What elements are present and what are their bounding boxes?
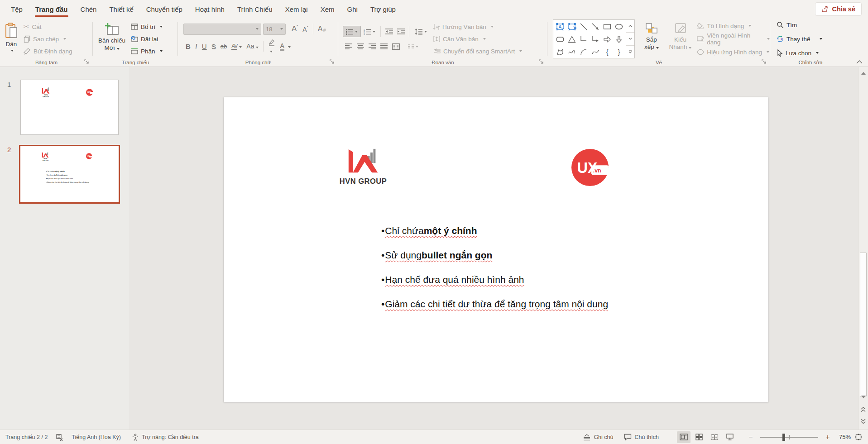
normal-view-button[interactable]	[677, 431, 691, 443]
shape-fill-button[interactable]: Tô Hình dạng	[697, 20, 770, 31]
slide-1-thumbnail[interactable]: HVN GROUP	[20, 80, 119, 135]
clear-formatting-button[interactable]: A	[316, 24, 329, 34]
tab-view[interactable]: Xem	[314, 0, 341, 18]
tab-animations[interactable]: Hoạt hình	[189, 0, 231, 18]
grow-font-button[interactable]: Aˆ	[289, 24, 300, 34]
tab-design[interactable]: Thiết kế	[103, 0, 139, 18]
slideshow-view-button[interactable]	[723, 431, 737, 443]
tab-record[interactable]: Ghi	[341, 0, 364, 18]
new-slide-button[interactable]: Bản chiếu Mới	[98, 20, 125, 58]
shape-elbow-arrow-connector[interactable]	[590, 33, 601, 46]
slide-2-thumbnail[interactable]: HVN GROUP •Chỉ chứa một ý chính •Sử dụng…	[19, 145, 120, 204]
shapes-scroll-up[interactable]	[626, 20, 634, 33]
italic-button[interactable]: I	[193, 42, 200, 51]
shape-elbow-connector[interactable]	[578, 33, 590, 46]
strikethrough-button[interactable]: ab	[218, 42, 229, 51]
slide-indicator[interactable]: Trang chiếu 2 / 2	[0, 430, 53, 444]
shape-rectangle[interactable]	[601, 20, 613, 33]
scroll-up-button[interactable]	[858, 69, 868, 78]
find-button[interactable]: Tìm	[777, 19, 822, 30]
shape-outline-button[interactable]: Viền ngoài Hình dạng	[697, 33, 770, 44]
align-right-button[interactable]	[366, 41, 378, 52]
shape-rounded-rectangle[interactable]	[554, 33, 566, 46]
highlight-color-button[interactable]	[266, 38, 278, 55]
quick-styles-button[interactable]: KiểuNhanh	[668, 20, 693, 58]
text-shadow-button[interactable]: S	[209, 42, 218, 51]
vertical-scrollbar[interactable]	[858, 67, 868, 430]
select-button[interactable]: Lựa chọn	[777, 48, 822, 58]
tab-file[interactable]: Tệp	[5, 0, 29, 18]
shape-arc[interactable]	[578, 46, 590, 58]
copy-button[interactable]: Sao chép	[24, 33, 72, 44]
shape-right-brace[interactable]: }	[613, 46, 625, 58]
font-color-button[interactable]: A	[278, 41, 293, 52]
bullets-button[interactable]	[343, 26, 361, 37]
tab-review[interactable]: Xem lại	[279, 0, 314, 18]
paragraph-dialog-launcher[interactable]	[539, 59, 544, 65]
layout-button[interactable]: Bố trí	[131, 21, 163, 32]
replace-button[interactable]: bc Thay thế	[777, 33, 822, 44]
justify-button[interactable]	[378, 41, 390, 52]
zoom-out-button[interactable]: −	[747, 431, 755, 443]
align-text-button[interactable]: Căn Văn bản	[433, 34, 522, 44]
numbering-button[interactable]: 123	[361, 26, 378, 37]
comments-button[interactable]: Chú thích	[619, 430, 664, 444]
columns-button[interactable]	[390, 41, 402, 52]
shape-line[interactable]	[578, 20, 590, 33]
section-button[interactable]: Phần	[131, 46, 163, 57]
collapse-ribbon-button[interactable]	[856, 60, 863, 64]
add-remove-columns-button[interactable]	[404, 41, 422, 52]
align-left-button[interactable]	[343, 41, 355, 52]
shape-arrow-right[interactable]	[601, 33, 613, 46]
paste-button[interactable]: Dán	[5, 20, 18, 58]
tab-home[interactable]: Trang đầu	[29, 0, 74, 18]
shape-effects-button[interactable]: Hiệu ứng Hình dạng	[697, 47, 770, 57]
slide-sorter-view-button[interactable]	[692, 431, 706, 443]
font-name-select[interactable]	[183, 24, 261, 35]
shape-textbox-horizontal[interactable]: A	[554, 20, 566, 33]
bold-button[interactable]: B	[183, 42, 193, 51]
tab-help[interactable]: Trợ giúp	[364, 0, 402, 18]
drawing-dialog-launcher[interactable]	[762, 59, 767, 65]
arrange-button[interactable]: Sắpxếp	[639, 20, 664, 58]
increase-indent-button[interactable]	[395, 26, 407, 37]
tab-slideshow[interactable]: Trình Chiếu	[231, 0, 279, 18]
scroll-down-button[interactable]	[858, 392, 868, 401]
notes-button[interactable]: Ghi chú	[577, 430, 619, 444]
format-painter-button[interactable]: Bút Định dạng	[24, 46, 72, 57]
previous-slide-button[interactable]	[858, 405, 868, 414]
shape-scribble[interactable]	[566, 46, 578, 58]
clipboard-dialog-launcher[interactable]	[84, 59, 90, 65]
zoom-in-button[interactable]: +	[824, 431, 832, 443]
zoom-slider-handle[interactable]	[782, 434, 785, 441]
shapes-scroll-down[interactable]	[626, 33, 634, 45]
slide-canvas[interactable]: HVN GROUP •Chỉ chứa một ý chính •Sử dụng…	[224, 97, 768, 402]
next-slide-button[interactable]	[858, 417, 868, 426]
convert-smartart-button[interactable]: Chuyển đổi sang SmartArt	[433, 46, 522, 56]
character-spacing-button[interactable]: AV	[229, 42, 244, 50]
shapes-more-button[interactable]	[626, 46, 634, 58]
decrease-indent-button[interactable]	[383, 26, 395, 37]
shape-freeform[interactable]	[554, 46, 566, 58]
change-case-button[interactable]: Aa	[244, 42, 261, 51]
font-dialog-launcher[interactable]	[330, 59, 335, 65]
share-button[interactable]: Chia sẻ	[815, 2, 862, 16]
shape-triangle[interactable]	[566, 33, 578, 46]
shape-arrow-down[interactable]	[613, 33, 625, 46]
spell-check-button[interactable]	[53, 430, 66, 444]
shape-textbox-vertical[interactable]: A	[566, 20, 578, 33]
hvn-logo[interactable]: HVN GROUP	[338, 145, 388, 186]
zoom-slider[interactable]	[760, 437, 818, 438]
language-indicator[interactable]: Tiếng Anh (Hoa Kỳ)	[66, 430, 126, 444]
shrink-font-button[interactable]: Aˇ	[300, 24, 310, 34]
shape-left-brace[interactable]: {	[601, 46, 613, 58]
text-direction-button[interactable]: A Hướng Văn bản	[433, 22, 522, 32]
fit-slide-to-window-button[interactable]	[852, 431, 865, 443]
shape-line-arrow[interactable]	[590, 20, 601, 33]
line-spacing-button[interactable]	[412, 26, 430, 37]
zoom-level[interactable]: 75%	[833, 434, 851, 440]
reset-button[interactable]: Đặt lại	[131, 33, 163, 44]
scrollbar-thumb[interactable]	[860, 253, 867, 396]
cut-button[interactable]: ✂ Cắt	[24, 21, 72, 32]
align-center-button[interactable]	[355, 41, 366, 52]
